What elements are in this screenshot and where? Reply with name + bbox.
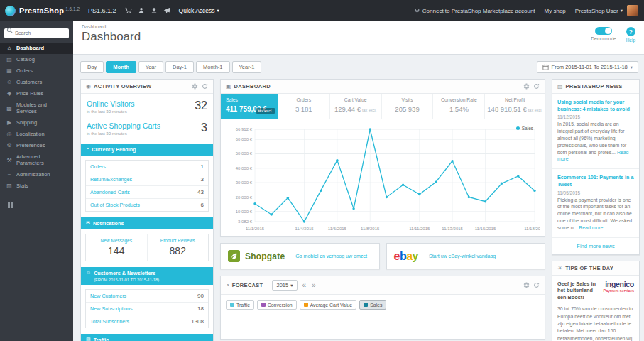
sidebar-item-orders[interactable]: ▦Orders — [0, 65, 73, 77]
plane-icon[interactable] — [163, 7, 170, 14]
sidebar-item-administration[interactable]: ≡Administration — [0, 169, 73, 180]
refresh-icon[interactable] — [202, 83, 208, 90]
user-avatar[interactable] — [627, 5, 638, 16]
kpi-label: Cart Value — [332, 97, 379, 102]
prestashop-logo[interactable]: PrestaShop — [19, 6, 64, 15]
gear-icon[interactable] — [523, 282, 530, 288]
forecast-toggle-conversion[interactable]: Conversion — [257, 300, 297, 310]
kpi-sales[interactable]: Sales411 759,00 €tax excl. — [221, 94, 278, 119]
demo-mode-toggle[interactable] — [595, 27, 612, 35]
help-icon[interactable]: ? — [626, 27, 635, 36]
ebay-link[interactable]: Start uw eBay-winkel vandaag — [429, 253, 496, 259]
upload-icon[interactable] — [151, 7, 158, 14]
filter-year-1-button[interactable]: Year-1 — [232, 61, 262, 73]
activity-row-orders[interactable]: Orders1 — [86, 161, 208, 173]
activity-row-out-of-stock-products[interactable]: Out of Stock Products6 — [86, 199, 208, 211]
sidebar-item-stats[interactable]: ▨Stats — [0, 180, 73, 192]
quick-access-menu[interactable]: Quick Access ▾ — [179, 7, 219, 14]
activity-row-new-customers[interactable]: New Customers90 — [86, 290, 208, 303]
shopgate-link[interactable]: Ga mobiel en verhoog uw omzet — [295, 253, 367, 259]
read-more-link[interactable]: Read more — [579, 225, 603, 230]
kpi-orders[interactable]: Orders3 181 — [278, 94, 330, 119]
module-promos: Shopgate Ga mobiel en verhoog uw omzet e… — [220, 243, 545, 269]
kpi-net-profit[interactable]: Net Profit148 918,51 €tax excl. — [485, 94, 545, 119]
localization-icon: ◎ — [6, 131, 13, 137]
activity-row-abandoned-carts[interactable]: Abandoned Carts43 — [86, 186, 208, 199]
sidebar-item-dashboard[interactable]: ⌂Dashboard — [0, 43, 73, 54]
collapse-menu-button[interactable] — [8, 202, 16, 208]
sales-chart[interactable]: Sales 66 912 €60 000 €50 000 €40 000 €30… — [221, 119, 545, 236]
activity-stat-online-visitors[interactable]: Online Visitorsin the last 30 minutes32 — [81, 94, 213, 116]
marketplace-link-label: Connect to PrestaShop Marketplace accoun… — [422, 8, 535, 14]
stat-value: 3 — [201, 121, 207, 134]
sidebar-item-shipping[interactable]: ▶Shipping — [0, 117, 73, 129]
forecast-toggle-average-cart-value[interactable]: Average Cart Value — [300, 300, 357, 310]
date-range-label: From 2015-11-01 To 2015-11-18 — [552, 64, 628, 70]
news-article-title[interactable]: Using social media for your business: 4 … — [557, 99, 634, 112]
notifications-band: ✉ Notifications — [81, 217, 213, 229]
filter-day-button[interactable]: Day — [80, 61, 104, 73]
kpi-note: tax excl. — [528, 108, 542, 112]
filter-month-1-button[interactable]: Month-1 — [196, 61, 230, 73]
notification-label: New Messages — [87, 238, 146, 243]
notification-value: 144 — [87, 245, 146, 256]
ebay-module[interactable]: ebay Start uw eBay-winkel vandaag — [386, 243, 546, 269]
cart-icon[interactable] — [125, 7, 132, 14]
panel-title: DASHBOARD — [234, 83, 271, 90]
gear-icon[interactable] — [523, 83, 530, 90]
read-more-link[interactable]: Read more — [557, 150, 628, 162]
forecast-year-value: 2015 — [277, 282, 289, 288]
forecast-next-button[interactable]: » — [310, 282, 317, 289]
toggle-label: Average Cart Value — [310, 303, 353, 308]
sidebar-item-catalog[interactable]: ▤Catalog — [0, 54, 73, 65]
my-shop-label: My shop — [545, 8, 566, 14]
gear-icon[interactable] — [192, 83, 198, 90]
kpi-conversion-rate[interactable]: Conversion Rate1.54% — [433, 94, 485, 119]
sidebar-item-price-rules[interactable]: ◆Price Rules — [0, 88, 73, 99]
news-article-title[interactable]: Ecommerce 101: Payments in a Tweet — [557, 174, 634, 188]
notification-new-messages[interactable]: New Messages144 — [86, 234, 147, 261]
customers-icon: ☺ — [6, 79, 13, 85]
toggle-label: Conversion — [268, 303, 293, 308]
sidebar-item-customers[interactable]: ☺Customers — [0, 77, 73, 88]
refresh-icon[interactable] — [533, 282, 540, 288]
quick-access-label: Quick Access — [179, 7, 215, 14]
my-shop-link[interactable]: My shop — [545, 8, 566, 14]
filter-year-button[interactable]: Year — [138, 61, 163, 73]
kpi-cart-value[interactable]: Cart Value129,44 €tax excl. — [330, 94, 382, 119]
forecast-toggle-sales[interactable]: Sales — [359, 300, 386, 310]
sidebar-item-label: Advanced Parameters — [16, 153, 67, 166]
refresh-icon[interactable] — [533, 83, 540, 90]
person-icon[interactable] — [138, 7, 145, 14]
shopgate-module[interactable]: Shopgate Ga mobiel en verhoog uw omzet — [220, 243, 380, 269]
row-label: Total Subscribers — [90, 318, 129, 325]
kpi-label: Net Profit — [487, 97, 542, 102]
kpi-visits[interactable]: Visits205 939 — [382, 94, 434, 119]
forecast-toggle-traffic[interactable]: Traffic — [226, 300, 254, 310]
marketplace-link[interactable]: Connect to PrestaShop Marketplace accoun… — [414, 8, 535, 14]
chart-legend[interactable]: Sales — [516, 126, 533, 131]
forecast-prev-button[interactable]: « — [300, 282, 307, 289]
filter-day-1-button[interactable]: Day-1 — [165, 61, 194, 73]
user-menu[interactable]: PrestaShop User ▾ — [575, 8, 623, 14]
news-article-excerpt: In 2015, social media are an integral pa… — [557, 121, 634, 163]
notification-product-reviews[interactable]: Product Reviews882 — [147, 234, 209, 261]
find-more-news-link[interactable]: Find more news — [552, 238, 639, 254]
sidebar-item-preferences[interactable]: ⚙Preferences — [0, 140, 73, 151]
search-input[interactable] — [4, 28, 69, 38]
shop-name-link[interactable]: PS1.6.1.2 — [88, 7, 116, 14]
breadcrumb[interactable]: Dashboard — [82, 24, 141, 29]
sidebar-item-modules-and-services[interactable]: ▩Modules and Services — [0, 99, 73, 117]
filter-month-button[interactable]: Month — [106, 61, 136, 73]
sidebar-item-advanced-parameters[interactable]: ⚒Advanced Parameters — [0, 151, 73, 169]
stat-text: Active Shopping Cartsin the last 30 minu… — [87, 121, 160, 136]
activity-row-total-subscribers[interactable]: Total Subscribers1308 — [86, 315, 208, 328]
kpi-row: Sales411 759,00 €tax excl.Orders3 181Car… — [221, 94, 545, 119]
activity-stat-active-shopping-carts[interactable]: Active Shopping Cartsin the last 30 minu… — [81, 116, 213, 138]
activity-row-return-exchanges[interactable]: Return/Exchanges3 — [86, 173, 208, 186]
sidebar-item-localization[interactable]: ◎Localization — [0, 129, 73, 140]
shipping-icon: ▶ — [6, 119, 13, 126]
date-range-picker[interactable]: From 2015-11-01 To 2015-11-18 ▾ — [537, 61, 638, 73]
forecast-year-select[interactable]: 2015 ▾ — [272, 280, 298, 291]
activity-row-new-subscriptions[interactable]: New Subscriptions18 — [86, 303, 208, 315]
